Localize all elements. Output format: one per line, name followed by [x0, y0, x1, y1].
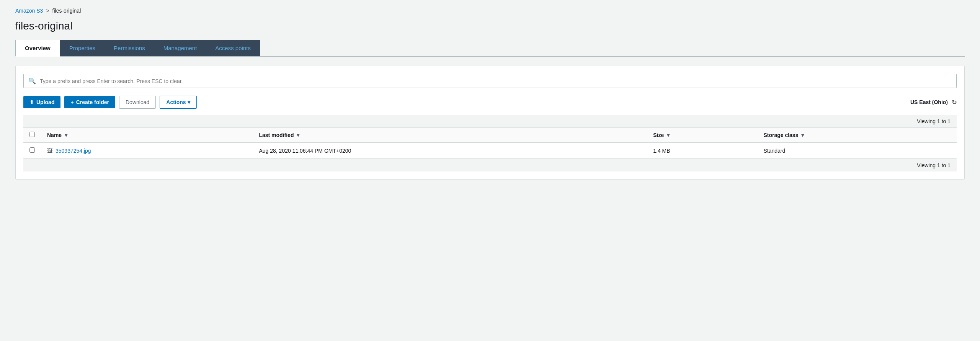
- table-header-last-modified: Last modified ▾: [253, 128, 647, 142]
- table-header-size: Size ▾: [647, 128, 757, 142]
- size-sort-icon[interactable]: ▾: [667, 132, 670, 138]
- table-header-row: Name ▾ Last modified ▾ Size ▾ Storage cl…: [23, 128, 957, 142]
- table-header-storage-class: Storage class ▾: [757, 128, 957, 142]
- actions-label: Actions: [166, 99, 186, 105]
- actions-button[interactable]: Actions ▾: [160, 96, 196, 109]
- plus-icon: +: [70, 99, 74, 105]
- download-button[interactable]: Download: [119, 96, 156, 109]
- create-folder-label: Create folder: [76, 99, 109, 105]
- row-last-modified-cell: Aug 28, 2020 11:06:44 PM GMT+0200: [253, 142, 647, 159]
- viewing-top-bar: Viewing 1 to 1: [23, 115, 957, 128]
- tab-access-points[interactable]: Access points: [206, 40, 260, 56]
- refresh-icon[interactable]: ↻: [952, 99, 957, 106]
- row-checkbox[interactable]: [29, 147, 35, 153]
- viewing-bottom-count: Viewing 1 to 1: [917, 162, 951, 168]
- file-icon: 🖼: [47, 148, 52, 154]
- row-name-cell: 🖼 350937254.jpg: [41, 142, 253, 159]
- upload-icon: ⬆: [29, 99, 34, 105]
- search-bar: 🔍: [23, 74, 957, 88]
- tab-properties[interactable]: Properties: [60, 40, 105, 56]
- row-checkbox-cell: [23, 142, 41, 159]
- tab-bar: Overview Properties Permissions Manageme…: [15, 40, 965, 57]
- file-name-link[interactable]: 350937254.jpg: [56, 148, 91, 154]
- last-modified-sort-icon[interactable]: ▾: [297, 132, 299, 138]
- page-title: files-original: [15, 20, 965, 32]
- storage-class-sort-icon[interactable]: ▾: [801, 132, 804, 138]
- tab-management[interactable]: Management: [154, 40, 206, 56]
- row-size-cell: 1.4 MB: [647, 142, 757, 159]
- upload-label: Upload: [36, 99, 54, 105]
- region-label: US East (Ohio): [910, 99, 948, 105]
- chevron-down-icon: ▾: [188, 99, 190, 105]
- tab-permissions[interactable]: Permissions: [105, 40, 154, 56]
- breadcrumb: Amazon S3 > files-original: [15, 8, 965, 14]
- tab-overview[interactable]: Overview: [15, 40, 60, 57]
- breadcrumb-separator: >: [46, 8, 49, 14]
- row-storage-class-cell: Standard: [757, 142, 957, 159]
- viewing-bottom-bar: Viewing 1 to 1: [23, 159, 957, 171]
- files-table: Name ▾ Last modified ▾ Size ▾ Storage cl…: [23, 128, 957, 159]
- search-icon: 🔍: [28, 77, 36, 85]
- name-sort-icon[interactable]: ▾: [65, 132, 67, 138]
- breadcrumb-current: files-original: [52, 8, 81, 14]
- create-folder-button[interactable]: + Create folder: [64, 96, 115, 108]
- table-row: 🖼 350937254.jpg Aug 28, 2020 11:06:44 PM…: [23, 142, 957, 159]
- content-area: 🔍 ⬆ Upload + Create folder Download Acti…: [15, 66, 965, 179]
- table-header-checkbox: [23, 128, 41, 142]
- table-header-name: Name ▾: [41, 128, 253, 142]
- toolbar: ⬆ Upload + Create folder Download Action…: [23, 96, 957, 109]
- select-all-checkbox[interactable]: [29, 132, 35, 137]
- region-display: US East (Ohio) ↻: [910, 99, 957, 106]
- viewing-top-count: Viewing 1 to 1: [917, 118, 951, 124]
- page-wrapper: Amazon S3 > files-original files-origina…: [0, 0, 980, 341]
- search-input[interactable]: [40, 78, 952, 84]
- upload-button[interactable]: ⬆ Upload: [23, 96, 60, 108]
- breadcrumb-parent[interactable]: Amazon S3: [15, 8, 43, 14]
